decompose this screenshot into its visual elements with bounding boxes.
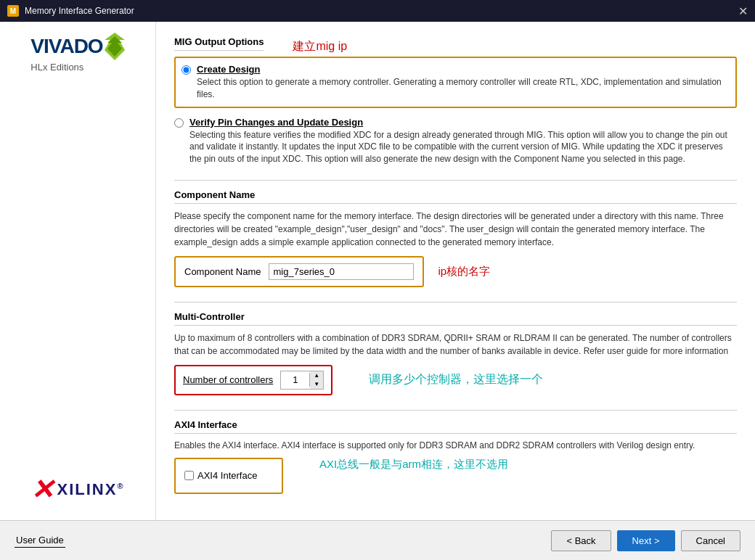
multi-controller-title: Multi-Controller [174,311,737,326]
controllers-box: Number of controllers ▲ ▼ [174,365,332,395]
vivado-logo: VIVADO HLx Editions [30,36,124,73]
mig-output-title: MIG Output Options [174,36,264,51]
controllers-input[interactable] [281,373,310,387]
title-bar: M Memory Interface Generator ✕ [0,0,755,22]
footer-left: User Guide [15,533,65,548]
axi4-desc: Enables the AXI4 interface. AXI4 interfa… [174,440,737,452]
annotation-mig: 建立mig ip [293,39,347,54]
component-name-box: Component Name [174,256,424,287]
axi4-section: AXI4 Interface Enables the AXI4 interfac… [174,419,737,494]
axi4-box: AXI4 Interface [174,458,283,494]
verify-pin-label: Verify Pin Changes and Update Design [189,117,737,128]
hlx-text: HLx Editions [30,62,124,73]
annotation-axi: AXI总线一般是与arm相连，这里不选用 [319,458,508,472]
footer: User Guide < Back Next > Cancel [0,520,755,560]
component-name-label: Component Name [184,266,261,277]
annotation-ip: ip核的名字 [438,265,491,279]
footer-right: < Back Next > Cancel [551,530,740,551]
create-design-option[interactable]: Create Design Select this option to gene… [181,64,730,101]
spinner-buttons: ▲ ▼ [310,371,323,389]
axi4-title: AXI4 Interface [174,419,737,434]
xilinx-x-icon: ✕ [30,474,54,506]
spinner-up-button[interactable]: ▲ [310,371,323,380]
registered-icon: ® [117,482,124,490]
vivado-text: VIVADO [30,36,102,57]
next-button[interactable]: Next > [617,530,675,551]
component-name-title: Component Name [174,189,737,204]
create-design-box: Create Design Select this option to gene… [174,57,737,108]
verify-pin-desc: Selecting this feature verifies the modi… [189,129,737,165]
sidebar: VIVADO HLx Editions ✕ XILINX® [0,22,156,520]
create-design-radio[interactable] [181,65,191,75]
xilinx-logo: ✕ XILINX® [30,474,124,506]
annotation-controllers: 调用多少个控制器，这里选择一个 [369,372,543,387]
xilinx-brand-text: XILINX® [57,480,124,499]
component-name-section: Component Name Please specify the compon… [174,189,737,287]
component-name-desc: Please specify the component name for th… [174,210,737,249]
create-design-desc: Select this option to generate a memory … [197,76,730,101]
spinner-down-button[interactable]: ▼ [310,380,323,389]
back-button[interactable]: < Back [551,530,611,551]
user-guide-button[interactable]: User Guide [15,533,65,548]
component-name-input[interactable] [269,263,414,280]
app-icon: M [7,5,19,17]
controllers-spinner[interactable]: ▲ ▼ [280,371,324,390]
controllers-label: Number of controllers [183,374,273,385]
axi4-checkbox[interactable] [184,471,194,480]
create-design-label: Create Design [197,64,730,75]
verify-pin-radio[interactable] [174,118,184,128]
verify-pin-option[interactable]: Verify Pin Changes and Update Design Sel… [174,117,737,165]
close-button[interactable]: ✕ [738,4,748,18]
axi4-label-text: AXI4 Interface [197,470,257,481]
cancel-button[interactable]: Cancel [681,530,740,551]
multi-controller-desc: Up to maximum of 8 controllers with a co… [174,332,737,358]
mig-output-section: MIG Output Options 建立mig ip Create Desig… [174,36,737,165]
multi-controller-section: Multi-Controller Up to maximum of 8 cont… [174,311,737,395]
axi4-checkbox-label[interactable]: AXI4 Interface [184,470,257,481]
window-title: Memory Interface Generator [25,6,134,16]
main-content: MIG Output Options 建立mig ip Create Desig… [156,22,755,520]
